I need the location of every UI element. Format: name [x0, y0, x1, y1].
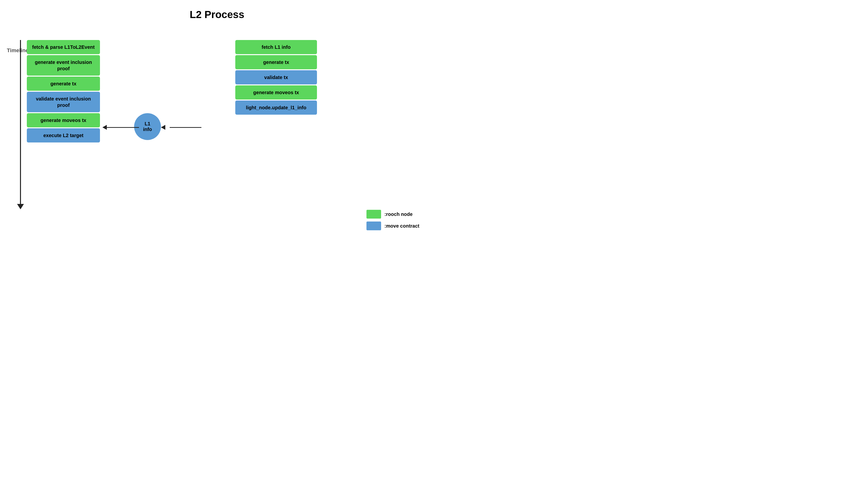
- diagram-area: Timeline fetch & parse L1ToL2Eventgenera…: [0, 26, 434, 240]
- left-block-5: execute L2 target: [27, 128, 100, 142]
- timeline-arrow: [17, 204, 24, 209]
- page-title: L2 Process: [0, 0, 434, 26]
- legend: :rooch node:move contract: [366, 210, 420, 230]
- right-block-1: generate tx: [235, 55, 317, 69]
- arrow-left: [102, 125, 139, 130]
- left-block-2: generate tx: [27, 77, 100, 91]
- right-block-3: generate moveos tx: [235, 85, 317, 100]
- left-block-1: generate event inclusion proof: [27, 55, 100, 75]
- right-block-2: validate tx: [235, 70, 317, 84]
- legend-label-0: :rooch node: [384, 212, 413, 217]
- right-block-4: light_node.update_l1_info: [235, 101, 317, 115]
- legend-box-0: [366, 210, 381, 219]
- arrow-right: [161, 125, 202, 130]
- timeline-line: [20, 40, 21, 206]
- left-block-0: fetch & parse L1ToL2Event: [27, 40, 100, 54]
- right-block-0: fetch L1 info: [235, 40, 317, 54]
- legend-box-1: [366, 222, 381, 230]
- legend-label-1: :move contract: [384, 223, 420, 229]
- left-block-4: generate moveos tx: [27, 113, 100, 127]
- legend-item-0: :rooch node: [366, 210, 420, 219]
- left-column: fetch & parse L1ToL2Eventgenerate event …: [27, 40, 100, 142]
- left-block-3: validate event inclusion proof: [27, 92, 100, 112]
- legend-item-1: :move contract: [366, 222, 420, 230]
- timeline-label: Timeline: [7, 47, 29, 54]
- right-column: fetch L1 infogenerate txvalidate txgener…: [235, 40, 317, 115]
